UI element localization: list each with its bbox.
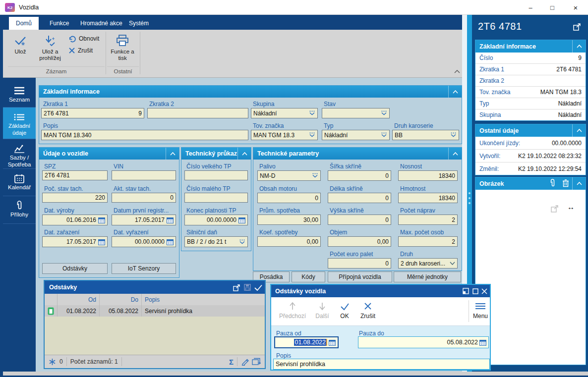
tab-system[interactable]: Systém bbox=[122, 17, 156, 30]
close-button[interactable]: × bbox=[565, 0, 587, 15]
cislo-maleho-tp-field[interactable] bbox=[184, 193, 248, 203]
objem-field[interactable]: 0,00 bbox=[328, 236, 391, 247]
collapse-chevron-icon[interactable] bbox=[448, 86, 462, 98]
cislo-velkeho-tp-field[interactable] bbox=[184, 170, 248, 180]
ok-button[interactable]: OK bbox=[337, 300, 353, 320]
dialog-popis-field[interactable]: Servisní prohlídka bbox=[273, 359, 490, 370]
hmotnost-field[interactable]: 18340 bbox=[398, 193, 458, 203]
maximize-button[interactable]: □ bbox=[541, 0, 563, 15]
pauza-od-field[interactable]: 01.08.2022 bbox=[274, 336, 339, 348]
sum-sigma-icon[interactable]: Σ bbox=[229, 358, 234, 366]
sirka-skrine-field[interactable]: 0 bbox=[328, 170, 391, 181]
vin-field[interactable] bbox=[112, 170, 176, 180]
vyska-skrine-field[interactable]: 0 bbox=[328, 215, 391, 225]
collapse-chevron-icon[interactable] bbox=[237, 148, 251, 160]
row-value: 2T6 4781 bbox=[556, 66, 582, 73]
sidebar-item-seznam[interactable]: Seznam bbox=[3, 81, 36, 107]
attach-image-icon[interactable] bbox=[548, 178, 558, 188]
field-label: Šířka skříně bbox=[330, 163, 361, 170]
column-header-od[interactable]: Od bbox=[58, 294, 100, 305]
zkratka1-field[interactable]: 2T6 4781 9 bbox=[41, 108, 144, 118]
calendar-picker-icon[interactable] bbox=[329, 339, 336, 346]
merne-jednotky-button[interactable]: Měrné jednotky bbox=[394, 271, 461, 282]
tab-hromadne-akce[interactable]: Hromadné akce bbox=[73, 17, 129, 30]
functions-print-button[interactable]: Funkce a tisk bbox=[108, 33, 137, 61]
calendar-picker-icon[interactable] bbox=[479, 339, 486, 346]
icon-column-header[interactable] bbox=[45, 294, 58, 305]
collapse-chevron-icon[interactable] bbox=[166, 148, 179, 160]
column-header-do[interactable]: Do bbox=[100, 294, 142, 305]
ribbon-collapse-chevron-icon[interactable] bbox=[454, 69, 460, 73]
max-pocet-osob-field[interactable]: 2 bbox=[398, 236, 458, 247]
minimize-button[interactable]: – bbox=[520, 0, 541, 15]
pocet-naprav-field[interactable]: 2 bbox=[398, 215, 458, 225]
popout-icon[interactable] bbox=[573, 23, 581, 31]
add-record-form-icon[interactable] bbox=[252, 358, 261, 366]
column-header-popis[interactable]: Popis bbox=[142, 294, 265, 305]
tab-domu[interactable]: Domů bbox=[9, 17, 39, 30]
refresh-button[interactable]: Obnovit bbox=[68, 34, 99, 44]
druh-combobox[interactable]: 2 druh karoseri... bbox=[398, 258, 458, 269]
odstavky-button[interactable]: Odstávky bbox=[42, 263, 108, 274]
sidebar-item-sazby-spotreba[interactable]: Sazby / Spotřeba bbox=[3, 139, 36, 169]
datum-prvni-registrace-field[interactable]: 17.05.2017 bbox=[112, 215, 176, 225]
row-value: Nákladní bbox=[558, 100, 582, 107]
dock-icon[interactable] bbox=[462, 287, 470, 295]
dat-vyrazeni-field[interactable]: 00.00.0000 bbox=[112, 236, 176, 247]
field-label: Typ bbox=[324, 123, 333, 129]
konec-platnosti-tp-field[interactable]: 00.00.0000 bbox=[184, 215, 248, 225]
spz-field[interactable]: 2T6 4781 bbox=[42, 170, 108, 180]
prum-spotreba-field[interactable]: 30,00 bbox=[257, 215, 321, 225]
skupina-dropdown[interactable]: Nákladní bbox=[251, 108, 318, 118]
dat-zarazeni-field[interactable]: 17.05.2017 bbox=[42, 236, 108, 247]
delka-skrine-field[interactable]: 0 bbox=[328, 193, 391, 203]
edit-pencil-icon[interactable] bbox=[241, 358, 249, 366]
confirm-check-icon[interactable] bbox=[254, 283, 263, 291]
collapse-chevron-icon[interactable] bbox=[448, 148, 462, 160]
collapse-chevron-icon[interactable] bbox=[572, 124, 586, 137]
maximize-dialog-icon[interactable] bbox=[471, 287, 479, 295]
pauza-do-field[interactable]: 05.08.2022 bbox=[358, 336, 489, 348]
field-value: 0,00 bbox=[330, 238, 389, 245]
popis-field[interactable]: MAN TGM 18.340 bbox=[41, 130, 248, 140]
odstavky-table-row[interactable]: 01.08.2022 05.08.2022 Servisní prohlídka bbox=[45, 305, 265, 317]
pocet-euro-palet-field[interactable]: 0 bbox=[328, 258, 391, 269]
iot-senzory-button[interactable]: IoT Senzory bbox=[112, 263, 176, 274]
palivo-dropdown[interactable]: NM-D bbox=[257, 170, 321, 181]
koef-spotreby-field[interactable]: 0,00 bbox=[257, 236, 321, 247]
cancel-button[interactable]: Zrušit bbox=[68, 46, 93, 55]
save-button[interactable]: Ulož bbox=[9, 33, 32, 55]
tab-funkce[interactable]: Funkce bbox=[43, 17, 76, 30]
sidebar-item-prilohy[interactable]: Přílohy bbox=[3, 196, 36, 224]
druh-karoserie-dropdown[interactable]: BB bbox=[392, 130, 459, 140]
field-label: Popis bbox=[276, 352, 291, 359]
typ-dropdown[interactable]: Nákladní bbox=[322, 130, 390, 140]
menu-button[interactable]: Menu bbox=[471, 300, 489, 320]
sidebar-item-zakladni-udaje[interactable]: Základní údaje bbox=[3, 107, 36, 139]
tov-znacka-dropdown[interactable]: MAN TGM 18.3 bbox=[251, 130, 318, 140]
dialog-cancel-button[interactable]: Zrušit bbox=[356, 300, 379, 320]
calendar-picker-icon[interactable] bbox=[167, 239, 174, 245]
save-and-view-button[interactable]: Ulož a prohlížej bbox=[33, 33, 67, 61]
sidebar-item-kalendar[interactable]: Kalendář bbox=[3, 168, 36, 196]
calendar-picker-icon[interactable] bbox=[98, 239, 105, 245]
calendar-picker-icon[interactable] bbox=[167, 217, 174, 223]
akt-stav-tach-field[interactable]: 0 bbox=[112, 193, 176, 203]
stav-dropdown[interactable] bbox=[322, 108, 390, 118]
nosnost-field[interactable]: 18340 bbox=[398, 170, 458, 181]
collapse-chevron-icon[interactable] bbox=[572, 177, 586, 190]
kody-button[interactable]: Kódy bbox=[292, 271, 325, 282]
close-dialog-icon[interactable] bbox=[480, 287, 488, 295]
pripojna-vozidla-button[interactable]: Přípojná vozidla bbox=[328, 271, 392, 282]
collapse-chevron-icon[interactable] bbox=[572, 40, 586, 53]
calendar-picker-icon[interactable] bbox=[238, 217, 245, 223]
poc-stav-tach-field[interactable]: 220 bbox=[42, 193, 108, 203]
calendar-picker-icon[interactable] bbox=[98, 217, 105, 223]
dat-vyroby-field[interactable]: 01.06.2016 bbox=[42, 215, 108, 225]
delete-image-icon[interactable] bbox=[561, 178, 571, 188]
panel-title: Údaje o vozidle bbox=[43, 150, 88, 157]
zkratka2-field[interactable] bbox=[147, 108, 248, 118]
silnicni-dan-dropdown[interactable]: BB / 2 / do 21 t bbox=[184, 236, 248, 247]
obsah-motoru-field[interactable]: 0 bbox=[257, 193, 321, 203]
popout-icon[interactable] bbox=[232, 283, 241, 291]
